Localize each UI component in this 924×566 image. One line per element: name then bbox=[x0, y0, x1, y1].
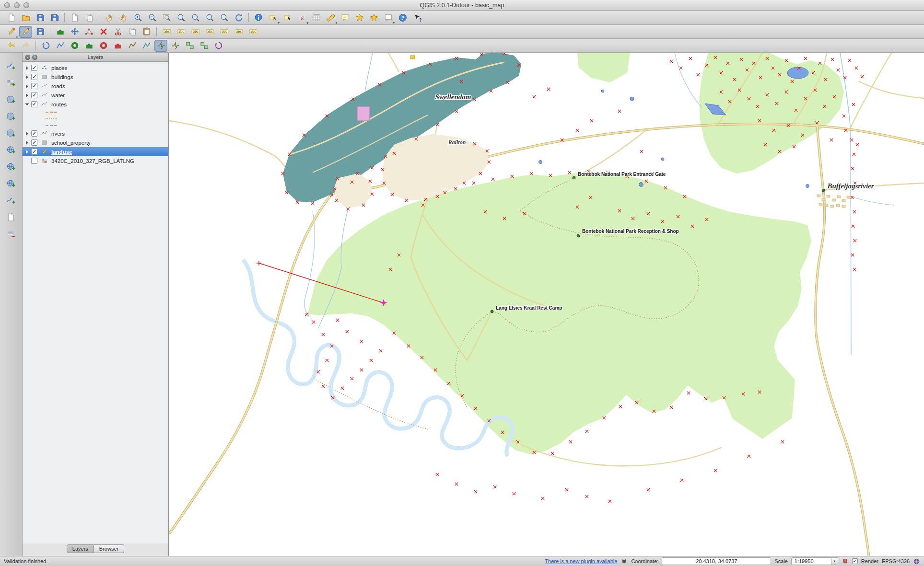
label-configuration-button[interactable] bbox=[246, 26, 259, 38]
redo-button[interactable] bbox=[19, 40, 32, 52]
select-features-button[interactable]: ▾ bbox=[267, 12, 280, 23]
whats-this-button[interactable] bbox=[410, 12, 423, 23]
layer-item-routes[interactable]: ✓routes bbox=[23, 100, 168, 109]
rotate-feature-button[interactable] bbox=[39, 40, 52, 52]
paste-features-button[interactable] bbox=[140, 26, 153, 38]
zoom-next-button[interactable] bbox=[218, 12, 231, 23]
label-pin-unpin-button[interactable] bbox=[175, 26, 187, 38]
zoom-to-layer-button[interactable] bbox=[189, 12, 202, 23]
label-show-hide-button[interactable] bbox=[189, 26, 202, 38]
split-features-button[interactable] bbox=[154, 40, 167, 52]
add-spatialite-layer-button[interactable] bbox=[4, 110, 18, 123]
split-parts-button[interactable] bbox=[169, 40, 182, 52]
pan-map-button[interactable] bbox=[103, 12, 116, 23]
add-mssql-layer-button[interactable] bbox=[4, 127, 18, 139]
layer-item-rivers[interactable]: ✓rivers bbox=[23, 129, 168, 138]
scale-magnet-icon[interactable] bbox=[842, 558, 849, 565]
open-project-button[interactable] bbox=[19, 12, 32, 23]
crs-status-icon[interactable] bbox=[913, 558, 920, 565]
map-tips-button[interactable] bbox=[339, 12, 351, 23]
new-project-button[interactable] bbox=[5, 12, 18, 23]
add-ring-button[interactable] bbox=[68, 40, 81, 52]
merge-features-button[interactable] bbox=[183, 40, 196, 52]
layer-item-landuse[interactable]: ✓landuse bbox=[23, 147, 168, 156]
rotate-point-symbols-button[interactable] bbox=[212, 40, 225, 52]
zoom-last-button[interactable] bbox=[203, 12, 216, 23]
zoom-full-button[interactable] bbox=[160, 12, 173, 23]
move-feature-button[interactable] bbox=[68, 26, 81, 38]
expand-arrow-icon[interactable] bbox=[26, 132, 28, 136]
zoom-out-button[interactable] bbox=[146, 12, 159, 23]
add-wcs-layer-button[interactable] bbox=[4, 160, 18, 173]
expand-arrow-icon[interactable] bbox=[25, 103, 29, 105]
layer-visibility-checkbox[interactable]: ✓ bbox=[31, 92, 37, 98]
node-tool-button[interactable] bbox=[82, 26, 95, 38]
measure-line-button[interactable]: ▾ bbox=[324, 12, 337, 23]
coordinate-input[interactable] bbox=[662, 557, 771, 565]
symbol-category-item[interactable] bbox=[23, 116, 168, 122]
add-raster-layer-button[interactable] bbox=[4, 76, 18, 89]
expand-arrow-icon[interactable] bbox=[26, 66, 28, 70]
map-canvas[interactable]: SwellendamRailtonBontebok National Park … bbox=[169, 53, 924, 556]
layer-visibility-checkbox[interactable] bbox=[31, 158, 37, 164]
panel-tab-browser[interactable]: Browser bbox=[94, 544, 124, 553]
open-attribute-table-button[interactable] bbox=[310, 12, 323, 23]
layer-visibility-checkbox[interactable]: ✓ bbox=[31, 139, 37, 146]
window-minimize-button[interactable] bbox=[14, 2, 20, 8]
layer-item-school_property[interactable]: ✓school_property bbox=[23, 138, 168, 147]
new-print-composer-button[interactable] bbox=[68, 12, 81, 23]
offset-curve-button[interactable] bbox=[140, 40, 153, 52]
add-part-button[interactable] bbox=[82, 40, 95, 52]
current-edits-button[interactable]: ▾ bbox=[5, 26, 18, 38]
layer-item-water[interactable]: ✓water bbox=[23, 91, 168, 100]
layer-visibility-checkbox[interactable]: ✓ bbox=[31, 149, 37, 155]
layer-item-places[interactable]: ✓places bbox=[23, 63, 168, 72]
layer-visibility-checkbox[interactable]: ✓ bbox=[31, 74, 37, 80]
panel-float-icon[interactable]: ↻ bbox=[32, 55, 37, 60]
undo-button[interactable] bbox=[5, 40, 18, 52]
layer-item-roads[interactable]: ✓roads bbox=[23, 81, 168, 91]
layer-item-buildings[interactable]: ✓buildings bbox=[23, 72, 168, 81]
symbol-category-item[interactable] bbox=[23, 109, 168, 116]
add-postgis-layer-button[interactable] bbox=[4, 93, 18, 106]
add-wms-layer-button[interactable] bbox=[4, 143, 18, 156]
layer-visibility-checkbox[interactable]: ✓ bbox=[31, 83, 37, 89]
zoom-to-selection-button[interactable] bbox=[175, 12, 187, 23]
zoom-in-button[interactable] bbox=[131, 12, 144, 23]
expand-arrow-icon[interactable] bbox=[26, 93, 28, 97]
save-layer-edits-button[interactable] bbox=[34, 26, 47, 38]
dropdown-arrow-icon[interactable]: ▾ bbox=[278, 21, 280, 24]
add-vector-layer-button[interactable] bbox=[4, 59, 18, 72]
merge-attributes-button[interactable] bbox=[198, 40, 211, 52]
label-change-properties-button[interactable] bbox=[232, 26, 245, 38]
expand-arrow-icon[interactable] bbox=[26, 75, 28, 79]
refresh-map-button[interactable] bbox=[232, 12, 245, 23]
layer-visibility-checkbox[interactable]: ✓ bbox=[31, 130, 37, 137]
add-wfs-layer-button[interactable] bbox=[4, 177, 18, 190]
identify-features-button[interactable] bbox=[252, 12, 265, 23]
delete-selected-button[interactable] bbox=[97, 26, 110, 38]
pan-to-selection-button[interactable] bbox=[117, 12, 130, 23]
label-move-button[interactable] bbox=[203, 26, 216, 38]
composer-manager-button[interactable] bbox=[82, 12, 95, 23]
dropdown-arrow-icon[interactable]: ▾ bbox=[16, 35, 18, 39]
save-project-as-button[interactable] bbox=[48, 12, 61, 23]
window-close-button[interactable] bbox=[4, 2, 10, 8]
chevron-down-icon[interactable]: ▼ bbox=[831, 558, 838, 565]
run-feature-action-button[interactable]: ▾ bbox=[295, 12, 308, 23]
show-bookmarks-button[interactable] bbox=[367, 12, 380, 23]
dropdown-arrow-icon[interactable]: ▾ bbox=[335, 21, 337, 24]
symbol-category-item[interactable] bbox=[23, 122, 168, 129]
deselect-features-button[interactable] bbox=[281, 12, 294, 23]
new-shapefile-layer-button[interactable] bbox=[4, 194, 18, 207]
add-delimited-text-layer-button[interactable] bbox=[4, 210, 18, 223]
layer-visibility-checkbox[interactable]: ✓ bbox=[31, 101, 37, 107]
simplify-feature-button[interactable] bbox=[54, 40, 67, 52]
dropdown-arrow-icon[interactable]: ▾ bbox=[393, 21, 395, 24]
panel-close-icon[interactable]: × bbox=[25, 55, 30, 60]
save-project-button[interactable] bbox=[34, 12, 47, 23]
label-rotate-button[interactable] bbox=[218, 26, 231, 38]
window-zoom-button[interactable] bbox=[23, 2, 29, 8]
delete-part-button[interactable] bbox=[111, 40, 124, 52]
scale-combo[interactable]: 1:19950 ▼ bbox=[791, 557, 838, 565]
